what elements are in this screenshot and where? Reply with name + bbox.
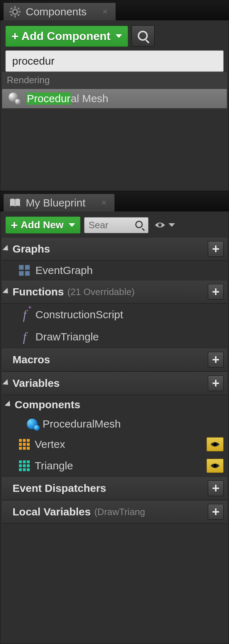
svg-rect-2 <box>14 15 16 18</box>
components-body: + Add Component Rendering Procedural Mes… <box>0 20 229 110</box>
view-options-button[interactable] <box>152 220 177 230</box>
search-rest: al Mesh <box>71 93 108 105</box>
myblueprint-tab-label: My Blueprint <box>26 197 86 209</box>
tree-label: EventGraph <box>35 264 93 276</box>
add-graph-button[interactable]: + <box>208 241 224 257</box>
function-icon: f <box>19 329 30 344</box>
search-category-header: Rendering <box>2 72 227 89</box>
svg-point-9 <box>14 10 16 13</box>
section-label-local-variables: Local Variables <box>13 506 91 518</box>
tree-item-proceduralmesh[interactable]: ProceduralMesh <box>2 414 227 434</box>
svg-rect-3 <box>9 11 11 13</box>
svg-rect-5 <box>10 7 13 10</box>
tree-item-vertex[interactable]: Vertex <box>2 434 227 455</box>
tree-label: ProceduralMesh <box>43 418 121 430</box>
array-icon <box>19 460 30 471</box>
section-header-local-variables[interactable]: Local Variables (DrawTriang + <box>2 500 227 524</box>
graph-icon <box>19 265 30 276</box>
components-panel: Components × + Add Component Rendering P… <box>0 0 229 191</box>
myblueprint-tab[interactable]: My Blueprint × <box>3 194 115 211</box>
section-label-macros: Macros <box>13 354 50 366</box>
disclosure-icon <box>3 379 11 388</box>
tree-label: Triangle <box>35 460 73 472</box>
section-header-graphs[interactable]: Graphs + <box>2 237 227 261</box>
components-toolbar: + Add Component <box>2 22 227 50</box>
svg-rect-8 <box>17 14 20 16</box>
section-header-variables[interactable]: Variables + <box>2 371 227 395</box>
visibility-toggle-vertex[interactable] <box>206 437 224 451</box>
section-label-variables: Variables <box>13 377 60 389</box>
tree-label: ConstructionScript <box>35 309 123 321</box>
search-highlight: Procedur <box>26 93 71 105</box>
svg-point-12 <box>214 443 217 446</box>
section-sub-local-variables: (DrawTriang <box>94 506 145 518</box>
search-result-label: Procedural Mesh <box>26 93 108 105</box>
add-new-label: Add New <box>21 219 64 231</box>
components-tab[interactable]: Components × <box>3 3 116 20</box>
tree-item-eventgraph[interactable]: EventGraph <box>2 261 227 280</box>
components-tab-label: Components <box>26 6 87 18</box>
section-header-event-dispatchers[interactable]: Event Dispatchers + <box>2 476 227 500</box>
components-tab-bar: Components × <box>0 0 229 20</box>
section-header-functions[interactable]: Functions (21 Overridable) + <box>2 280 227 304</box>
add-event-dispatcher-button[interactable]: + <box>208 480 224 496</box>
add-new-button[interactable]: + Add New <box>5 216 81 234</box>
svg-rect-1 <box>14 6 16 8</box>
tree-label: Vertex <box>35 438 65 450</box>
eye-icon <box>154 221 166 229</box>
search-icon <box>135 221 144 229</box>
components-tab-icon <box>9 6 21 18</box>
svg-point-13 <box>214 464 217 468</box>
eye-icon <box>210 463 220 469</box>
tree-item-drawtriangle[interactable]: f DrawTriangle <box>2 326 227 348</box>
add-component-button[interactable]: + Add Component <box>5 26 128 47</box>
myblueprint-toolbar: + Add New Sear <box>2 213 227 237</box>
myblueprint-body: + Add New Sear Graphs + EventGraph <box>0 211 229 525</box>
section-label-event-dispatchers: Event Dispatchers <box>13 482 106 494</box>
tree-label: DrawTriangle <box>35 331 99 343</box>
plus-icon: + <box>11 219 18 231</box>
component-search-input[interactable] <box>5 50 224 72</box>
blueprint-tab-icon <box>9 197 21 209</box>
close-icon[interactable]: × <box>101 197 107 208</box>
svg-rect-6 <box>17 7 20 10</box>
function-override-icon: f <box>19 307 30 322</box>
disclosure-icon <box>3 288 11 296</box>
chevron-down-icon <box>69 223 75 227</box>
chevron-down-icon <box>169 223 175 227</box>
eye-icon <box>210 441 220 448</box>
add-component-label: Add Component <box>21 30 111 43</box>
section-header-macros[interactable]: Macros + <box>2 348 227 371</box>
visibility-toggle-triangle[interactable] <box>206 459 224 473</box>
chevron-down-icon <box>116 34 122 38</box>
section-header-components-sub[interactable]: Components <box>2 395 227 414</box>
search-result-procedural-mesh[interactable]: Procedural Mesh <box>2 89 227 109</box>
svg-rect-7 <box>10 14 13 16</box>
disclosure-icon <box>3 245 11 253</box>
search-components-button[interactable] <box>132 25 155 47</box>
search-icon <box>138 31 148 41</box>
plus-icon: + <box>11 30 19 42</box>
array-icon <box>19 439 30 450</box>
search-placeholder: Sear <box>89 220 134 231</box>
add-macro-button[interactable]: + <box>208 352 224 368</box>
add-function-button[interactable]: + <box>208 284 224 300</box>
section-label-functions: Functions <box>13 286 64 298</box>
section-label-graphs: Graphs <box>13 243 50 255</box>
section-sub-functions: (21 Overridable) <box>67 286 135 298</box>
svg-rect-4 <box>19 11 21 13</box>
mesh-component-icon <box>27 419 38 429</box>
close-icon[interactable]: × <box>102 6 108 17</box>
tree-item-triangle[interactable]: Triangle <box>2 455 227 476</box>
add-variable-button[interactable]: + <box>208 375 224 391</box>
svg-point-11 <box>158 223 162 227</box>
add-local-variable-button[interactable]: + <box>208 504 224 520</box>
disclosure-icon <box>5 401 13 409</box>
myblueprint-tab-bar: My Blueprint × <box>0 191 229 211</box>
myblueprint-search-input[interactable]: Sear <box>84 217 148 233</box>
myblueprint-panel: My Blueprint × + Add New Sear Graphs + <box>0 191 229 644</box>
mesh-icon <box>9 93 21 105</box>
tree-item-constructionscript[interactable]: f ConstructionScript <box>2 304 227 326</box>
section-label-components-sub: Components <box>15 399 80 411</box>
